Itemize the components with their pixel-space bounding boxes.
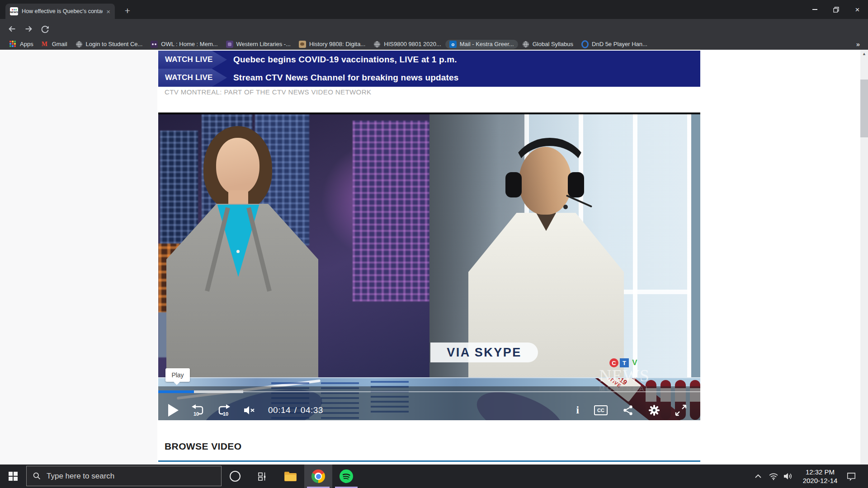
- time-separator: /: [294, 405, 297, 415]
- tab-title: How effective is Quebec's contac: [22, 8, 103, 14]
- gmail-icon: M: [42, 41, 49, 48]
- window-controls: ×: [804, 0, 868, 19]
- live-banners: WATCH LIVE Quebec begins COVID-19 vaccin…: [158, 51, 700, 87]
- seek-bar[interactable]: [158, 390, 700, 393]
- restore-button[interactable]: [826, 0, 847, 19]
- cortana-button[interactable]: [225, 465, 245, 488]
- forward-10-label: 10: [223, 411, 228, 417]
- watermark-news: NEWS: [599, 367, 650, 384]
- bookmark-western-libraries[interactable]: Western Libraries -...: [222, 40, 295, 49]
- mute-button[interactable]: [243, 405, 256, 416]
- screen: NEWS How effective is Quebec's contac × …: [0, 0, 868, 488]
- wifi-tray-button[interactable]: [767, 465, 780, 488]
- bookmark-student-center[interactable]: Login to Student Ce...: [71, 40, 147, 49]
- start-button[interactable]: [0, 465, 26, 488]
- owl-icon: [151, 41, 158, 48]
- fullscreen-button[interactable]: [675, 404, 687, 416]
- task-view-icon: [257, 471, 268, 482]
- bookmark-his9800[interactable]: HIS9800 9801 2020...: [369, 40, 445, 49]
- tab-close-icon[interactable]: ×: [106, 8, 110, 15]
- globe-icon: [75, 41, 83, 48]
- rewind-10-label: 10: [193, 411, 199, 417]
- task-view-button[interactable]: [252, 465, 272, 488]
- browser-titlebar: NEWS How effective is Quebec's contac × …: [0, 0, 868, 19]
- bookmark-owl[interactable]: OWL : Home : Mem...: [146, 40, 222, 49]
- wifi-icon: [769, 472, 778, 480]
- taskbar-clock[interactable]: 12:32 PM 2020-12-14: [797, 468, 843, 485]
- play-button[interactable]: [168, 404, 179, 417]
- bookmark-dnd-handbook[interactable]: DnD 5e Player Han...: [577, 40, 651, 49]
- back-icon: [7, 24, 17, 34]
- section-divider: [158, 460, 700, 462]
- new-tab-button[interactable]: +: [121, 5, 134, 17]
- watch-live-tag: WATCH LIVE: [158, 51, 227, 69]
- bookmark-gmail[interactable]: M Gmail: [38, 40, 71, 49]
- file-explorer-button[interactable]: [280, 465, 300, 488]
- chevron-up-icon: [755, 474, 762, 479]
- forward-10-button[interactable]: 10: [217, 404, 231, 417]
- banner-headline[interactable]: Stream CTV News Channel for breaking new…: [233, 73, 459, 83]
- ring-icon: [581, 41, 589, 48]
- clock-date: 2020-12-14: [797, 476, 843, 485]
- scroll-up-icon[interactable]: ▲: [860, 52, 868, 56]
- close-button[interactable]: ×: [847, 0, 868, 19]
- forward-button[interactable]: [23, 23, 34, 35]
- refresh-button[interactable]: [39, 23, 51, 35]
- action-center-icon: [846, 471, 856, 481]
- headphone-cup: [568, 172, 584, 197]
- banner-headline[interactable]: Quebec begins COVID-19 vaccinations, LIV…: [233, 55, 457, 65]
- browser-tab[interactable]: NEWS How effective is Quebec's contac ×: [5, 4, 115, 19]
- taskbar-search-box[interactable]: Type here to search: [26, 466, 222, 486]
- search-placeholder: Type here to search: [47, 472, 114, 481]
- spotify-icon: [340, 469, 353, 483]
- anchor-necklace: [236, 250, 240, 253]
- video-player[interactable]: VIA SKYPE COVID-19 POSITIVE: [158, 113, 700, 420]
- bookmarks-bar: Apps M Gmail Login to Student Ce... OWL …: [0, 38, 868, 50]
- scrollbar-thumb[interactable]: [860, 80, 868, 137]
- globe-icon: [373, 41, 381, 48]
- bookmark-mail-kestra[interactable]: o Mail - Kestra Greer...: [445, 40, 518, 49]
- share-button[interactable]: [623, 405, 633, 416]
- action-center-button[interactable]: [844, 465, 859, 488]
- via-skype-banner: VIA SKYPE: [430, 343, 538, 362]
- bookmark-global-syllabus[interactable]: Global Syllabus: [518, 40, 577, 49]
- watch-live-banner-1[interactable]: WATCH LIVE Quebec begins COVID-19 vaccin…: [158, 51, 700, 69]
- video-frame-skype-guest: [429, 114, 700, 377]
- clock-time: 12:32 PM: [797, 468, 843, 476]
- watch-live-banner-2[interactable]: WATCH LIVE Stream CTV News Channel for b…: [158, 69, 700, 87]
- volume-tray-button[interactable]: [781, 465, 795, 488]
- bookmark-history-9808[interactable]: History 9808: Digita...: [295, 40, 369, 49]
- spotify-taskbar-button[interactable]: [332, 465, 360, 488]
- ctv-dots: [12, 9, 17, 10]
- player-controls-left: 10 10 00:14 / 04:33: [168, 402, 323, 419]
- cortana-icon: [230, 471, 241, 482]
- headphone-cup: [505, 172, 522, 197]
- chrome-taskbar-button[interactable]: [304, 465, 332, 488]
- apps-grid-icon: [9, 40, 17, 48]
- news-anchor-figure: [158, 114, 429, 377]
- forward-icon: [24, 24, 33, 34]
- minimize-button[interactable]: [804, 0, 826, 19]
- play-tooltip: Play: [165, 368, 190, 382]
- bookmarks-overflow-chevron[interactable]: »: [856, 40, 860, 48]
- rewind-10-button[interactable]: 10: [191, 404, 205, 417]
- closed-captions-button[interactable]: CC: [594, 405, 608, 415]
- browser-toolbar: montreal.ctvnews.ca/video?clipId=2010740…: [0, 19, 868, 38]
- back-button[interactable]: [6, 23, 18, 35]
- info-button[interactable]: i: [576, 404, 579, 416]
- page-left-gutter: [0, 50, 157, 465]
- minimize-icon: [812, 9, 817, 10]
- watch-live-tag: WATCH LIVE: [158, 69, 227, 87]
- time-display: 00:14 / 04:33: [268, 405, 323, 415]
- duration: 04:33: [301, 405, 323, 415]
- bookmark-apps[interactable]: Apps: [5, 39, 38, 49]
- search-icon: [33, 472, 41, 480]
- page-area: WATCH LIVE Quebec begins COVID-19 vaccin…: [0, 50, 868, 465]
- video-frame-anchor: [158, 114, 429, 377]
- anchor-face: [216, 138, 259, 195]
- page-scrollbar[interactable]: ▲: [860, 50, 868, 465]
- settings-gear-button[interactable]: [648, 404, 660, 416]
- seek-progress: [158, 390, 194, 393]
- window-curtain: [691, 114, 700, 377]
- tray-expand-button[interactable]: [751, 465, 765, 488]
